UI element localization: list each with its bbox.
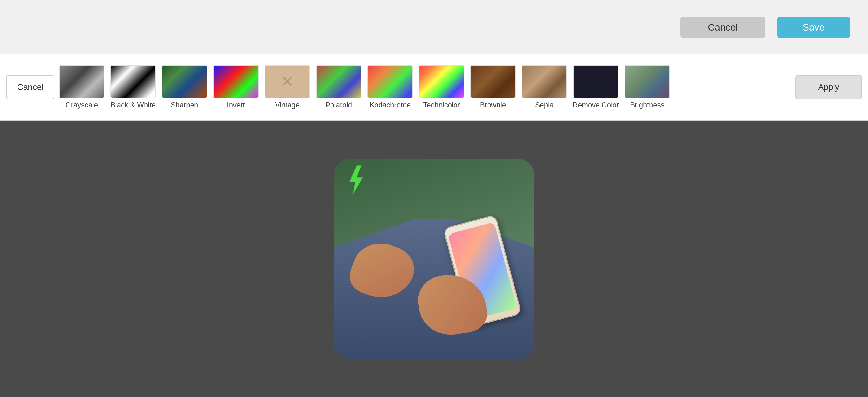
filter-item-remove-color[interactable]: Remove Color xyxy=(571,65,620,109)
filter-thumb-kodachrome xyxy=(368,65,413,98)
filter-thumb-remove-color xyxy=(573,65,619,98)
filter-thumb-sepia xyxy=(522,65,567,98)
image-container xyxy=(334,159,534,359)
cancel-button-top[interactable]: Cancel xyxy=(681,17,765,38)
svg-marker-0 xyxy=(349,165,363,195)
filter-label-invert: Invert xyxy=(227,101,245,109)
filter-label-technicolor: Technicolor xyxy=(423,101,460,109)
filter-strip: Cancel GrayscaleBlack & WhiteSharpenInve… xyxy=(0,55,868,121)
filter-thumb-brownie xyxy=(470,65,516,98)
filter-thumb-grayscale xyxy=(59,65,104,98)
filter-label-vintage: Vintage xyxy=(275,101,300,109)
apply-button[interactable]: Apply xyxy=(796,75,862,99)
filter-item-sepia[interactable]: Sepia xyxy=(520,65,568,109)
filter-label-sharpen: Sharpen xyxy=(171,101,198,109)
filter-label-bw: Black & White xyxy=(111,101,155,109)
filter-label-sepia: Sepia xyxy=(535,101,554,109)
filter-item-sharpen[interactable]: Sharpen xyxy=(160,65,209,109)
filter-thumb-technicolor xyxy=(419,65,464,98)
filter-item-invert[interactable]: Invert xyxy=(212,65,260,109)
filter-item-vintage[interactable]: Vintage xyxy=(263,65,311,109)
filter-label-kodachrome: Kodachrome xyxy=(370,101,411,109)
save-button[interactable]: Save xyxy=(777,17,850,38)
filter-item-technicolor[interactable]: Technicolor xyxy=(417,65,466,109)
filter-item-polaroid[interactable]: Polaroid xyxy=(314,65,363,109)
top-bar: Cancel Save xyxy=(0,0,868,55)
filter-item-kodachrome[interactable]: Kodachrome xyxy=(366,65,414,109)
filter-thumb-polaroid xyxy=(316,65,362,98)
filter-label-polaroid: Polaroid xyxy=(326,101,352,109)
lightning-icon xyxy=(346,165,365,195)
filter-label-brownie: Brownie xyxy=(480,101,506,109)
filter-item-grayscale[interactable]: Grayscale xyxy=(58,65,106,109)
filter-item-brightness[interactable]: Brightness xyxy=(623,65,672,109)
filter-label-remove-color: Remove Color xyxy=(572,101,619,109)
filter-thumb-invert xyxy=(213,65,258,98)
cancel-button-strip[interactable]: Cancel xyxy=(6,75,55,99)
main-canvas xyxy=(0,121,868,397)
filter-thumb-vintage xyxy=(265,65,310,98)
filter-thumb-bw xyxy=(111,65,156,98)
filter-item-bw[interactable]: Black & White xyxy=(109,65,157,109)
filter-label-brightness: Brightness xyxy=(630,101,664,109)
filter-thumb-brightness xyxy=(624,65,670,98)
filter-item-brownie[interactable]: Brownie xyxy=(469,65,517,109)
filter-label-grayscale: Grayscale xyxy=(65,101,98,109)
phone-scene xyxy=(334,159,534,359)
filter-thumb-sharpen xyxy=(162,65,207,98)
